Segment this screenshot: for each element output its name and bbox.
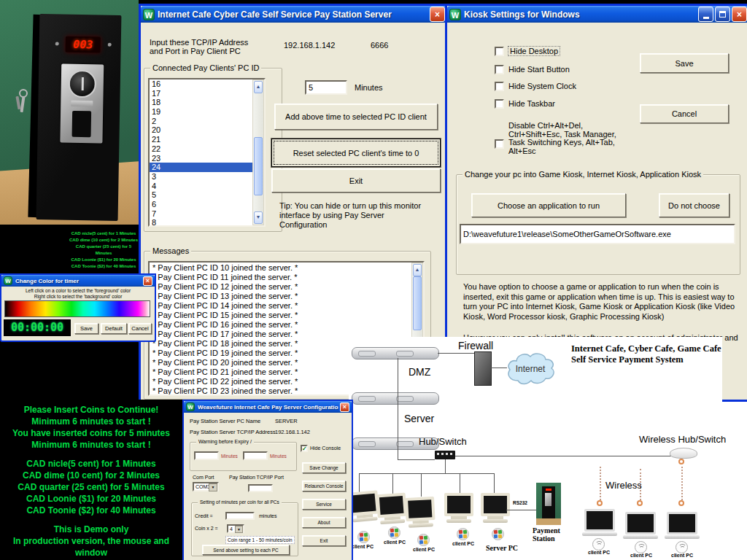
kiosk-titlebar[interactable]: W Kiosk Settings for Windows × — [447, 6, 747, 23]
windows-logo-icon — [357, 531, 370, 543]
save-button[interactable]: Save — [640, 53, 729, 73]
minimize-icon[interactable] — [698, 7, 713, 22]
mini-cabinet — [542, 486, 555, 518]
app-icon: W — [449, 9, 461, 20]
disable-keys-label[interactable]: Disable Ctrl+Alt+Del, Ctrl+Shift+Esc, Ta… — [508, 122, 632, 155]
color-timer-window: W Change Color for timer × Left click on… — [0, 273, 156, 342]
config-side-button[interactable]: Service — [302, 499, 346, 510]
antenna-node-icon — [597, 500, 603, 506]
hide-start-checkbox[interactable] — [495, 65, 504, 74]
hide-desktop-label[interactable]: Hide Desktop — [508, 47, 560, 55]
client-id-item[interactable]: 22 — [150, 144, 252, 154]
message-item[interactable]: * Pay Client PC ID 14 joined the server.… — [150, 301, 411, 311]
client-id-item[interactable]: 20 — [150, 125, 252, 135]
choose-app-button[interactable]: Choose an application to run — [471, 193, 626, 217]
coin2-select[interactable]: 4 ▼ — [227, 524, 244, 533]
terminal-line: This is Demo only — [0, 524, 182, 535]
default-button[interactable]: Default — [101, 323, 127, 334]
message-item[interactable]: * Pay Client PC ID 16 joined the server.… — [150, 320, 411, 330]
cancel-button[interactable]: Cancel — [128, 323, 152, 334]
hub-icon — [435, 451, 455, 459]
app-icon: W — [143, 9, 155, 20]
config-side-button[interactable]: Save Change — [302, 462, 346, 473]
mini-terminal-line: CAD quarter (25 cent) for 5 Minutes — [69, 244, 139, 257]
client-id-item[interactable]: 8 — [150, 218, 252, 227]
config-side-button[interactable]: About — [302, 517, 346, 528]
scroll-thumb[interactable] — [254, 137, 263, 195]
scroll-up-icon[interactable]: ▲ — [254, 81, 263, 93]
close-icon[interactable]: × — [732, 7, 747, 22]
hide-clock-label[interactable]: Hide System Clock — [508, 82, 576, 90]
client-id-item[interactable]: 24 — [150, 163, 252, 172]
connector-line — [438, 353, 476, 354]
chevron-down-icon[interactable]: ▼ — [235, 526, 243, 533]
hide-clock-checkbox[interactable] — [495, 82, 504, 91]
station-port-label: Pay Station TCP/IP Port — [229, 475, 284, 480]
chevron-down-icon[interactable]: ▼ — [209, 483, 217, 491]
client-id-item[interactable]: 3 — [150, 172, 252, 182]
scroll-down-icon[interactable]: ▼ — [254, 211, 263, 224]
reset-time-button[interactable]: Reset selected PC client's time to 0 — [271, 139, 441, 167]
client-list-scrollbar[interactable]: ▲ ▼ — [252, 79, 264, 225]
com-port-select[interactable]: COM3 ▼ — [193, 482, 219, 491]
send-settings-button[interactable]: Send above setting to each PC — [202, 545, 290, 555]
scroll-thumb[interactable] — [413, 276, 422, 330]
close-icon[interactable]: × — [430, 7, 445, 22]
message-item[interactable]: * Pay Client PC ID 11 joined the server.… — [150, 273, 411, 282]
internet-cloud-icon: Internet — [504, 350, 557, 388]
cancel-button[interactable]: Cancel — [640, 104, 729, 123]
app-path-input[interactable] — [460, 224, 735, 244]
maximize-icon[interactable] — [715, 7, 730, 22]
client-id-item[interactable]: 4 — [150, 182, 252, 191]
client-id-item[interactable]: 23 — [150, 154, 252, 163]
mini-desk — [536, 518, 561, 525]
do-not-choose-button[interactable]: Do not choose — [659, 193, 729, 217]
client-id-item[interactable]: 19 — [150, 107, 252, 117]
close-icon[interactable]: × — [143, 276, 152, 286]
color-timer-body: Left click on a color to select the 'for… — [1, 287, 155, 341]
add-time-button[interactable]: Add above time to selected PC ID client — [274, 104, 438, 130]
client-id-item[interactable]: 18 — [150, 98, 252, 107]
color-timer-titlebar[interactable]: W Change Color for timer × — [1, 275, 155, 287]
coin-return[interactable] — [72, 111, 92, 137]
wireless-client-icon — [582, 509, 617, 536]
windows-logo-icon — [417, 534, 430, 546]
client-id-item[interactable]: 17 — [150, 89, 252, 98]
color-gradient-picker[interactable] — [4, 300, 150, 317]
client-id-item[interactable]: 5 — [150, 190, 252, 200]
config-titlebar[interactable]: W Weavefuture Internet Cafe Pay Server C… — [184, 401, 352, 413]
credit-input[interactable] — [225, 512, 255, 520]
warning-input-2[interactable] — [243, 451, 268, 460]
disable-keys-checkbox[interactable] — [495, 139, 504, 149]
hide-taskbar-checkbox[interactable] — [495, 99, 504, 109]
hide-start-label[interactable]: Hide Start Button — [508, 65, 570, 74]
client-list[interactable]: 1617181922021222324345678 ▲ ▼ — [148, 78, 266, 227]
window-title: Change Color for timer — [15, 278, 142, 284]
exit-button[interactable]: Exit — [271, 168, 441, 192]
client-id-item[interactable]: 7 — [150, 209, 252, 219]
station-port-input[interactable] — [248, 484, 273, 492]
coin-acceptor-plate[interactable] — [60, 64, 104, 144]
client-list-items[interactable]: 1617181922021222324345678 — [150, 79, 252, 227]
config-side-button[interactable]: Exit — [302, 535, 346, 546]
warning-input-1[interactable] — [194, 451, 219, 460]
client-id-item[interactable]: 2 — [150, 117, 252, 126]
scroll-up-icon[interactable]: ▲ — [413, 264, 422, 276]
message-item[interactable]: * Pay Client PC ID 13 joined the server.… — [150, 292, 411, 301]
pay-server-titlebar[interactable]: W Internet Cafe Cyber Cafe Self Service … — [141, 6, 447, 23]
client-id-item[interactable]: 16 — [150, 79, 252, 89]
message-item[interactable]: * Pay Client PC ID 12 joined the server.… — [150, 282, 411, 292]
message-item[interactable]: * Pay Client PC ID 10 joined the server.… — [150, 263, 411, 273]
client-id-item[interactable]: 21 — [150, 135, 252, 144]
hide-taskbar-label[interactable]: Hide Taskbar — [508, 99, 555, 108]
message-item[interactable]: * Pay Client PC ID 15 joined the server.… — [150, 311, 411, 320]
hide-desktop-checkbox[interactable] — [495, 47, 504, 56]
config-side-button[interactable]: Relaunch Console — [302, 481, 346, 491]
client-id-item[interactable]: 6 — [150, 200, 252, 209]
save-button[interactable]: Save — [74, 323, 98, 334]
minutes-input[interactable] — [305, 80, 347, 95]
coin-slot[interactable] — [82, 77, 84, 90]
hide-console-checkbox[interactable]: ✓ — [301, 445, 308, 452]
coin-entry[interactable] — [68, 70, 96, 98]
close-icon[interactable]: × — [340, 402, 349, 412]
